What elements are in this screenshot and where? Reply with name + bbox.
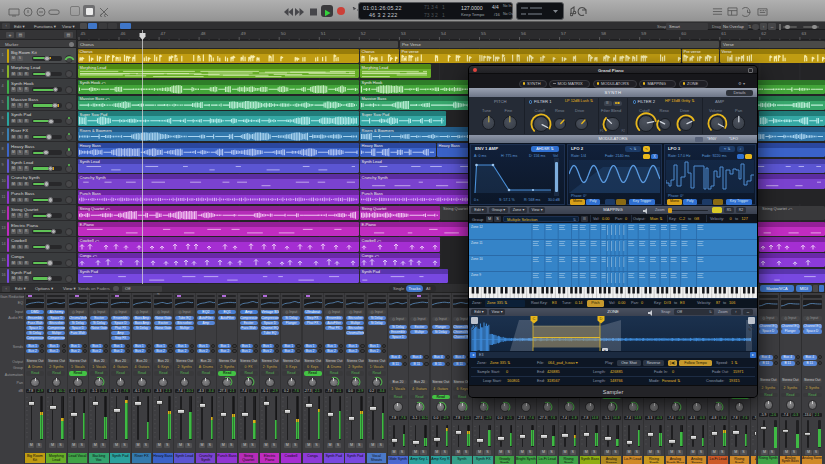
svg-text:D: D: [599, 316, 602, 321]
svg-text:C: C: [532, 316, 535, 321]
